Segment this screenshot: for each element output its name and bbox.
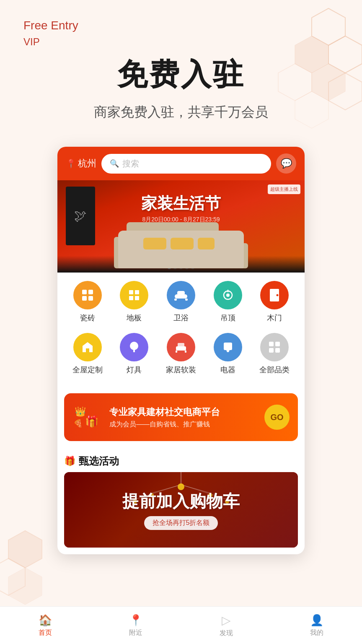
cat-allcat[interactable]: 全部品类 [256, 333, 293, 375]
cat-label-cizuan: 瓷砖 [80, 313, 95, 323]
svg-rect-40 [275, 348, 280, 353]
nav-nearby[interactable]: 📍 附近 [90, 614, 181, 637]
cat-icon-dianqi [214, 333, 242, 361]
svg-marker-9 [8, 568, 42, 605]
nav-discover[interactable]: ▷ 发现 [181, 613, 272, 638]
svg-rect-37 [269, 342, 274, 346]
svg-rect-29 [133, 350, 135, 352]
cat-label-weiyu: 卫浴 [173, 313, 189, 323]
svg-rect-32 [176, 351, 177, 353]
svg-point-53 [178, 483, 184, 490]
cat-label-jiaju: 家居软装 [166, 365, 196, 375]
cat-dianqi[interactable]: 电器 [209, 333, 247, 375]
cat-label-dianqi: 电器 [220, 365, 235, 375]
location-button[interactable]: 📍 杭州 [66, 157, 96, 170]
cat-icon-diaodin [214, 281, 242, 309]
phone-mockup: 📍 杭州 🔍 搜索 💬 🕊 家装生活节 8月20日00:0 [57, 147, 305, 554]
svg-point-26 [277, 294, 279, 296]
activity-text: 提前加入购物车 抢全场再打5折名额 [122, 490, 240, 530]
cat-weiyu[interactable]: 卫浴 [162, 281, 200, 323]
cat-diaodin[interactable]: 吊顶 [209, 281, 247, 323]
activity-title: 提前加入购物车 [122, 490, 240, 513]
cat-icon-allcat [260, 333, 289, 361]
section-icon-gift: 🎁 [64, 456, 75, 467]
svg-rect-20 [174, 299, 177, 301]
svg-rect-31 [178, 343, 184, 347]
chat-button[interactable]: 💬 [276, 153, 296, 174]
hero-subtitle: 商家免费入驻，共享千万会员 [0, 103, 362, 122]
nav-profile-label: 我的 [310, 628, 323, 637]
vip-subtitle: 成为会员——自购省钱、推广赚钱 [109, 420, 264, 429]
svg-marker-8 [0, 558, 25, 595]
svg-point-23 [226, 293, 230, 297]
nav-profile[interactable]: 👤 我的 [272, 614, 362, 637]
banner-title: 家装生活节 [141, 193, 221, 214]
svg-rect-10 [82, 290, 87, 294]
cat-label-quanwu: 全屋定制 [72, 365, 103, 375]
nav-profile-icon: 👤 [310, 614, 323, 627]
cat-label-diaodin: 吊顶 [220, 313, 235, 323]
section-title: 甄选活动 [79, 454, 119, 468]
activity-sub-button[interactable]: 抢全场再打5折名额 [144, 516, 218, 530]
bottom-navigation: 🏠 首页 📍 附近 ▷ 发现 👤 我的 [0, 606, 362, 644]
phone-banner[interactable]: 🕊 家装生活节 8月20日00:00 - 8月27日23:59 超级主播上线 [57, 180, 305, 273]
cat-dengju[interactable]: 灯具 [115, 333, 153, 375]
svg-rect-34 [224, 343, 232, 350]
hex-decoration-bottom-left [0, 527, 50, 610]
svg-rect-15 [135, 290, 139, 294]
banner-tag: 超级主播上线 [268, 184, 300, 194]
cat-quanwu[interactable]: 全屋定制 [69, 333, 106, 375]
svg-marker-7 [8, 531, 42, 568]
cat-icon-weiyu [167, 281, 195, 309]
section-header: 🎁 甄选活动 [57, 448, 305, 472]
svg-rect-33 [185, 351, 186, 353]
top-labels-container: Free Entry VIP [23, 17, 78, 49]
cat-jiaju[interactable]: 家居软装 [162, 333, 200, 375]
svg-rect-11 [88, 290, 93, 294]
hero-title: 免费入驻 [0, 55, 362, 95]
activity-banner[interactable]: 提前加入购物车 抢全场再打5折名额 [64, 472, 298, 548]
svg-rect-36 [226, 350, 230, 351]
svg-text:🎁: 🎁 [85, 415, 99, 428]
cat-icon-dengju [120, 333, 148, 361]
cat-mumen[interactable]: 木门 [256, 281, 293, 323]
cat-icon-diban [120, 281, 148, 309]
cat-label-allcat: 全部品类 [259, 365, 290, 375]
phone-header: 📍 杭州 🔍 搜索 💬 [57, 147, 305, 180]
svg-text:🍕: 🍕 [73, 419, 83, 428]
nav-home[interactable]: 🏠 首页 [0, 614, 90, 637]
svg-rect-19 [177, 291, 185, 295]
search-icon: 🔍 [110, 159, 119, 168]
svg-text:👑: 👑 [75, 406, 86, 417]
cat-diban[interactable]: 地板 [115, 281, 153, 323]
svg-rect-13 [88, 296, 93, 301]
svg-rect-39 [269, 348, 274, 353]
cat-cizuan[interactable]: 瓷砖 [69, 281, 106, 323]
svg-rect-16 [129, 296, 133, 300]
cat-icon-quanwu [73, 333, 102, 361]
categories-section: 瓷砖 地板 卫浴 吊顶 [57, 273, 305, 389]
svg-rect-38 [275, 342, 280, 346]
cat-icon-cizuan [73, 281, 102, 309]
cat-label-diban: 地板 [127, 313, 142, 323]
nav-nearby-icon: 📍 [129, 614, 142, 627]
nav-home-label: 首页 [39, 628, 52, 637]
svg-rect-27 [86, 348, 89, 352]
location-icon: 📍 [66, 158, 76, 169]
vip-go-button[interactable]: GO [264, 405, 290, 430]
cat-label-dengju: 灯具 [127, 365, 142, 375]
location-text: 杭州 [78, 157, 96, 170]
search-bar[interactable]: 🔍 搜索 [101, 154, 271, 174]
vip-label: VIP [23, 34, 78, 49]
svg-rect-12 [82, 296, 87, 301]
vip-text-left: 专业家具建材社交电商平台 成为会员——自购省钱、推广赚钱 [109, 406, 264, 429]
vip-title: 专业家具建材社交电商平台 [109, 406, 264, 418]
cat-label-mumen: 木门 [267, 313, 282, 323]
svg-rect-21 [185, 299, 188, 301]
cat-icon-jiaju [167, 333, 195, 361]
vip-banner[interactable]: 👑 🎁 🍕 专业家具建材社交电商平台 成为会员——自购省钱、推广赚钱 GO [64, 393, 298, 441]
svg-rect-14 [129, 290, 133, 294]
nav-home-icon: 🏠 [39, 614, 52, 627]
category-row-2: 全屋定制 灯具 家居软装 电器 [64, 333, 298, 375]
nav-discover-label: 发现 [220, 629, 233, 638]
